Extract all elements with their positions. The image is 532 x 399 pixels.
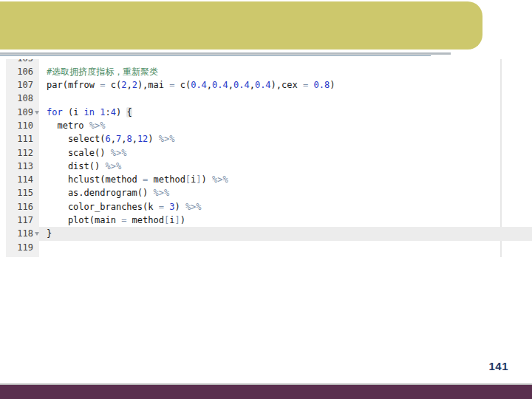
divider-line-thin — [0, 55, 431, 56]
code-line-111: 111 select(6,7,8,12) %>% — [6, 132, 532, 146]
line-number: 107 — [6, 78, 39, 92]
code-text: } — [39, 227, 532, 240]
code-text — [39, 254, 532, 257]
slide-header-banner — [0, 1, 482, 50]
code-line-107: 107par(mfrow = c(2,2),mai = c(0.4,0.4,0.… — [6, 78, 532, 92]
code-line-105: 105 — [6, 59, 532, 65]
code-text: scale() %>% — [39, 146, 532, 160]
code-line-119: 119 — [6, 241, 532, 254]
presentation-slide: 105106#选取拥挤度指标，重新聚类107par(mfrow = c(2,2)… — [0, 0, 532, 399]
code-line-116: 116 color_branches(k = 3) %>% — [6, 200, 532, 214]
code-editor-screenshot: 105106#选取拥挤度指标，重新聚类107par(mfrow = c(2,2)… — [6, 59, 532, 257]
code-text — [39, 59, 532, 65]
code-line-113: 113 dist() %>% — [6, 160, 532, 173]
code-text: for (i in 1:4) { — [39, 106, 532, 119]
line-number: 110 — [6, 119, 39, 132]
code-line-112: 112 scale() %>% — [6, 146, 532, 160]
code-line-118: 118} — [6, 227, 532, 240]
line-number: 109 — [6, 106, 39, 119]
line-number: 105 — [6, 59, 39, 65]
code-text: color_branches(k = 3) %>% — [39, 200, 532, 214]
line-number: 119 — [6, 241, 39, 254]
code-text: metro %>% — [39, 119, 532, 132]
footer-bar — [0, 385, 532, 399]
code-text: hclust(method = method[i]) %>% — [39, 173, 532, 186]
code-line-117: 117 plot(main = method[i]) — [6, 214, 532, 227]
code-line-120: 120 — [6, 254, 532, 257]
line-number: 115 — [6, 186, 39, 200]
code-line-110: 110 metro %>% — [6, 119, 532, 132]
code-line-109: 109for (i in 1:4) { — [6, 106, 532, 119]
code-text: select(6,7,8,12) %>% — [39, 132, 532, 146]
line-number: 111 — [6, 132, 39, 146]
code-text: #选取拥挤度指标，重新聚类 — [39, 65, 532, 78]
code-text — [39, 92, 532, 105]
code-text: plot(main = method[i]) — [39, 214, 532, 227]
code-text: dist() %>% — [39, 160, 532, 173]
line-number: 120 — [6, 254, 39, 257]
line-number: 112 — [6, 146, 39, 160]
line-number: 118 — [6, 227, 39, 240]
line-number: 113 — [6, 160, 39, 173]
fold-marker-icon — [35, 111, 39, 115]
code-text: as.dendrogram() %>% — [39, 186, 532, 200]
line-number: 106 — [6, 65, 39, 78]
code-text — [39, 241, 532, 254]
code-line-114: 114 hclust(method = method[i]) %>% — [6, 173, 532, 186]
code-rows: 105106#选取拥挤度指标，重新聚类107par(mfrow = c(2,2)… — [6, 59, 532, 257]
line-number: 108 — [6, 92, 39, 105]
code-line-108: 108 — [6, 92, 532, 105]
code-line-115: 115 as.dendrogram() %>% — [6, 186, 532, 200]
code-line-106: 106#选取拥挤度指标，重新聚类 — [6, 65, 532, 78]
page-number: 141 — [488, 360, 508, 372]
line-number: 114 — [6, 173, 39, 186]
code-text: par(mfrow = c(2,2),mai = c(0.4,0.4,0.4,0… — [39, 78, 532, 92]
line-number: 117 — [6, 214, 39, 227]
divider-line-thick — [0, 52, 451, 55]
fold-marker-icon — [35, 232, 39, 236]
line-number: 116 — [6, 200, 39, 214]
